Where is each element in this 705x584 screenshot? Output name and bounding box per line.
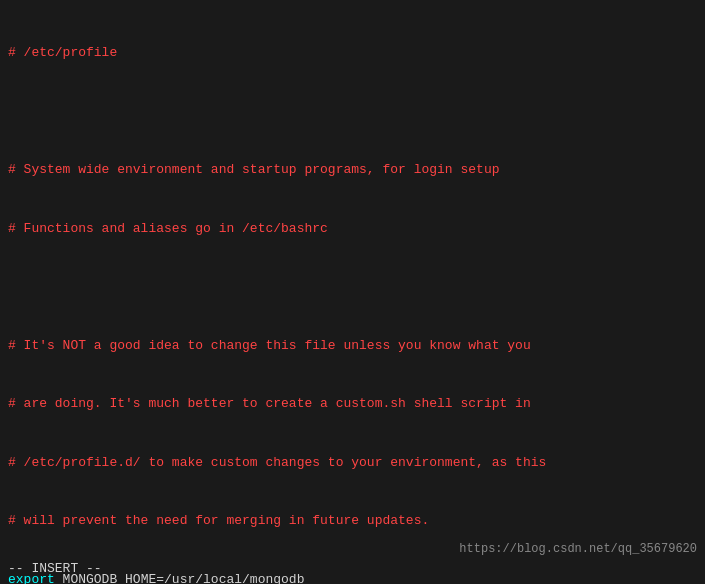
line-5 xyxy=(8,277,697,297)
line-3: # System wide environment and startup pr… xyxy=(8,160,697,180)
line-4: # Functions and aliases go in /etc/bashr… xyxy=(8,219,697,239)
status-bar: -- INSERT -- xyxy=(8,561,102,576)
line-9: # will prevent the need for merging in f… xyxy=(8,511,697,531)
code-content: # /etc/profile # System wide environment… xyxy=(8,4,697,584)
watermark: https://blog.csdn.net/qq_35679620 xyxy=(459,542,697,556)
line-2 xyxy=(8,102,697,122)
line-1: # /etc/profile xyxy=(8,43,697,63)
line-10: export MONGODB_HOME=/usr/local/mongodb xyxy=(8,570,697,585)
editor-container[interactable]: # /etc/profile # System wide environment… xyxy=(0,0,705,584)
line-7: # are doing. It's much better to create … xyxy=(8,394,697,414)
line-6: # It's NOT a good idea to change this fi… xyxy=(8,336,697,356)
line-8: # /etc/profile.d/ to make custom changes… xyxy=(8,453,697,473)
